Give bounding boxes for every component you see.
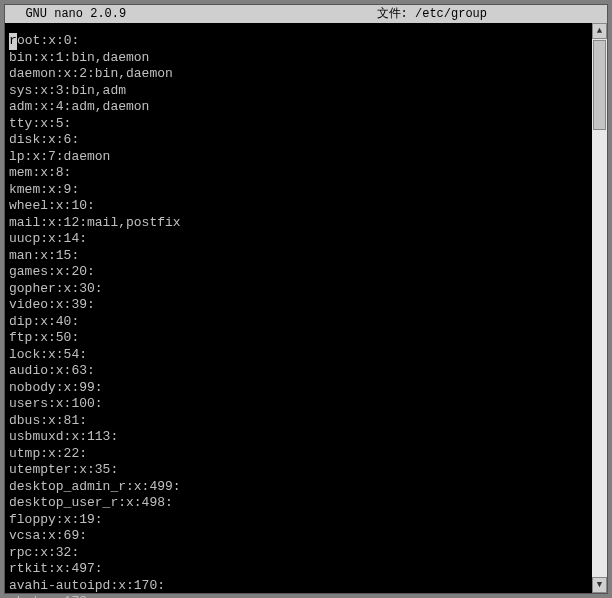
file-line: tty:x:5: <box>9 116 603 133</box>
file-line: uucp:x:14: <box>9 231 603 248</box>
app-name-version: GNU nano 2.0.9 <box>5 5 126 23</box>
vertical-scrollbar[interactable]: ▲ ▼ <box>592 23 607 593</box>
file-line: mem:x:8: <box>9 165 603 182</box>
file-line: mail:x:12:mail,postfix <box>9 215 603 232</box>
file-line: wheel:x:10: <box>9 198 603 215</box>
file-line: floppy:x:19: <box>9 512 603 529</box>
nano-title-bar: GNU nano 2.0.9 文件: /etc/group <box>5 5 607 23</box>
file-line: kmem:x:9: <box>9 182 603 199</box>
file-line: sys:x:3:bin,adm <box>9 83 603 100</box>
scroll-down-arrow-icon[interactable]: ▼ <box>592 577 607 593</box>
file-line: rtkit:x:497: <box>9 561 603 578</box>
file-label: 文件: <box>377 5 408 23</box>
file-line: usbmuxd:x:113: <box>9 429 603 446</box>
file-line: gopher:x:30: <box>9 281 603 298</box>
scroll-thumb[interactable] <box>593 40 606 130</box>
file-line: users:x:100: <box>9 396 603 413</box>
file-line: lock:x:54: <box>9 347 603 364</box>
file-line: desktop_user_r:x:498: <box>9 495 603 512</box>
file-line: dbus:x:81: <box>9 413 603 430</box>
file-line: disk:x:6: <box>9 132 603 149</box>
file-line: daemon:x:2:bin,daemon <box>9 66 603 83</box>
scroll-up-arrow-icon[interactable]: ▲ <box>592 23 607 39</box>
text-cursor: r <box>9 33 17 50</box>
file-line: avahi-autoipd:x:170: <box>9 578 603 595</box>
title-gap <box>408 5 415 23</box>
file-line: utmp:x:22: <box>9 446 603 463</box>
file-line: lp:x:7:daemon <box>9 149 603 166</box>
file-line: man:x:15: <box>9 248 603 265</box>
file-line: desktop_admin_r:x:499: <box>9 479 603 496</box>
file-line: abrt:x:173: <box>9 594 603 598</box>
file-line: video:x:39: <box>9 297 603 314</box>
file-line: audio:x:63: <box>9 363 603 380</box>
file-line: nobody:x:99: <box>9 380 603 397</box>
file-line: root:x:0: <box>9 33 603 50</box>
file-line: vcsa:x:69: <box>9 528 603 545</box>
file-line: bin:x:1:bin,daemon <box>9 50 603 67</box>
file-line: utempter:x:35: <box>9 462 603 479</box>
file-line: dip:x:40: <box>9 314 603 331</box>
file-line: ftp:x:50: <box>9 330 603 347</box>
terminal-window: GNU nano 2.0.9 文件: /etc/group root:x:0:b… <box>4 4 608 594</box>
editor-content[interactable]: root:x:0:bin:x:1:bin,daemondaemon:x:2:bi… <box>5 23 607 593</box>
file-line: rpc:x:32: <box>9 545 603 562</box>
file-line: adm:x:4:adm,daemon <box>9 99 603 116</box>
file-path: /etc/group <box>415 5 607 23</box>
file-line: games:x:20: <box>9 264 603 281</box>
